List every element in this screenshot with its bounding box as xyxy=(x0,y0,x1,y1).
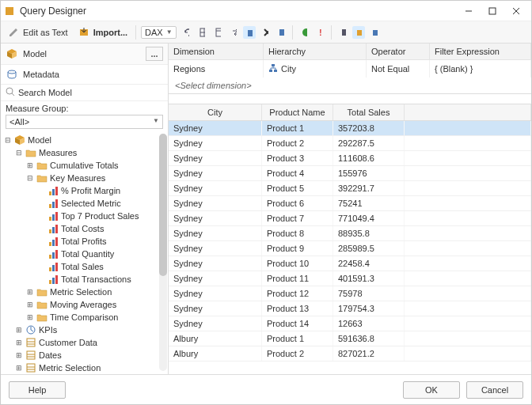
tree-node[interactable]: ⊞Cumulative Totals xyxy=(1,159,168,172)
edit-as-text-button[interactable]: Edit as Text xyxy=(4,25,71,40)
tree-label: Selected Metric xyxy=(61,199,121,208)
tree-node[interactable]: Total Quantity xyxy=(1,248,168,260)
table-row[interactable]: SydneyProduct 3111608.6 xyxy=(169,151,531,166)
grid-body[interactable]: SydneyProduct 1357203.8SydneyProduct 229… xyxy=(169,121,531,374)
expand-icon[interactable]: ⊞ xyxy=(26,301,34,308)
expand-icon[interactable]: ⊞ xyxy=(15,326,23,334)
filter-hierarchy[interactable]: City xyxy=(264,60,367,78)
expand-icon[interactable]: ⊞ xyxy=(26,288,34,296)
expand-icon[interactable]: ⊟ xyxy=(26,174,34,182)
scrollbar[interactable] xyxy=(159,134,167,371)
measure-icon xyxy=(48,198,59,209)
expand-icon[interactable]: ⊟ xyxy=(4,136,12,144)
run-icon[interactable] xyxy=(298,26,310,39)
table-row[interactable]: AlburyProduct 1591636.8 xyxy=(169,331,531,346)
select-dimension-row[interactable]: <Select dimension> xyxy=(169,78,531,93)
expand-icon[interactable]: ⊞ xyxy=(26,313,34,321)
tree-node[interactable]: ⊞Moving Averages xyxy=(1,298,168,311)
cell-product: Product 10 xyxy=(262,256,333,271)
close-button[interactable] xyxy=(504,3,528,19)
table-row[interactable]: SydneyProduct 2292287.5 xyxy=(169,136,531,151)
expand-icon[interactable]: ⊞ xyxy=(15,351,23,359)
scrollbar-thumb[interactable] xyxy=(159,134,167,276)
tree-node[interactable]: ⊞Time Comparison xyxy=(1,311,168,324)
table-icon[interactable] xyxy=(211,26,224,39)
table-row[interactable]: SydneyProduct 4155976 xyxy=(169,166,531,181)
tree[interactable]: ⊟Model⊟Measures⊞Cumulative Totals⊟Key Me… xyxy=(1,132,168,374)
metadata-tab[interactable]: Metadata xyxy=(1,65,168,85)
table-row[interactable]: SydneyProduct 675241 xyxy=(169,196,531,211)
table-row[interactable]: AlburyProduct 2827021.2 xyxy=(169,346,531,361)
expand-icon[interactable]: ⊞ xyxy=(15,339,23,346)
filter-header: Dimension Hierarchy Operator Filter Expr… xyxy=(169,44,531,60)
tree-node[interactable]: Total Transactions xyxy=(1,273,168,286)
cube-add-icon[interactable]: + xyxy=(243,26,256,39)
svg-rect-15 xyxy=(279,29,284,36)
lang-dropdown[interactable]: DAX ▼ xyxy=(141,26,177,39)
tree-node[interactable]: ⊟Model xyxy=(1,134,168,146)
cube-icon[interactable] xyxy=(368,26,381,39)
tree-node[interactable]: ⊟Key Measures xyxy=(1,172,168,184)
model-tab[interactable]: Model ... xyxy=(1,44,168,65)
tree-node[interactable]: % Profit Margin xyxy=(1,184,168,197)
tree-node[interactable]: Total Costs xyxy=(1,222,168,235)
grid-icon[interactable] xyxy=(196,26,208,39)
tree-node[interactable]: Selected Metric xyxy=(1,197,168,210)
tree-node[interactable]: ⊟Measures xyxy=(1,146,168,159)
delete-icon[interactable] xyxy=(259,26,272,39)
measure-group-select[interactable]: <All> ▼ xyxy=(6,115,163,129)
expand-icon[interactable]: ⊞ xyxy=(15,364,23,372)
svg-rect-40 xyxy=(49,229,51,233)
cancel-run-icon[interactable]: ! xyxy=(314,26,326,39)
svg-point-25 xyxy=(8,70,16,74)
col-total[interactable]: Total Sales xyxy=(333,104,405,120)
cell-city: Sydney xyxy=(169,241,262,255)
ok-button[interactable]: OK xyxy=(403,381,460,399)
tree-node[interactable]: ⊞Metric Selection xyxy=(1,286,168,298)
table-row[interactable]: SydneyProduct 13179754.3 xyxy=(169,301,531,316)
filter-operator[interactable]: Not Equal xyxy=(367,60,430,78)
refresh-icon[interactable] xyxy=(180,26,192,39)
help-button[interactable]: Help xyxy=(9,381,66,399)
table-row[interactable]: SydneyProduct 1357203.8 xyxy=(169,121,531,136)
table-row[interactable]: SydneyProduct 888935.8 xyxy=(169,226,531,241)
import-label: Import... xyxy=(93,28,127,37)
maximize-button[interactable] xyxy=(481,3,504,19)
cancel-button[interactable]: Cancel xyxy=(466,381,523,399)
col-product[interactable]: Product Name xyxy=(262,104,333,120)
search-box[interactable]: Search Model xyxy=(1,85,168,101)
table-row[interactable]: SydneyProduct 1412663 xyxy=(169,316,531,331)
table-row[interactable]: SydneyProduct 7771049.4 xyxy=(169,211,531,226)
table-row[interactable]: SydneyProduct 11401591.3 xyxy=(169,271,531,286)
minimize-button[interactable] xyxy=(457,3,481,19)
table-row[interactable]: SydneyProduct 1275978 xyxy=(169,286,531,301)
folder-icon xyxy=(36,286,48,297)
swap-icon[interactable] xyxy=(227,26,240,39)
expand-icon[interactable]: ⊞ xyxy=(26,161,34,169)
filter-dimension[interactable]: Regions xyxy=(169,60,264,78)
tree-node[interactable]: Total Profits xyxy=(1,235,168,248)
expand-icon[interactable]: ⊟ xyxy=(15,149,23,157)
cube-run-icon[interactable] xyxy=(275,26,287,39)
cell-city: Sydney xyxy=(169,151,262,165)
table-row[interactable]: SydneyProduct 9285989.5 xyxy=(169,241,531,256)
tree-label: Total Costs xyxy=(61,224,104,233)
tree-node[interactable]: ⊞Dates xyxy=(1,349,168,361)
table-row[interactable]: SydneyProduct 5392291.7 xyxy=(169,181,531,196)
tree-node[interactable]: ⊞Customer Data xyxy=(1,336,168,349)
tree-node[interactable]: Top 7 Product Sales xyxy=(1,210,168,222)
dim-icon xyxy=(25,362,36,373)
table-row[interactable]: SydneyProduct 1022458.4 xyxy=(169,256,531,271)
import-button[interactable]: Import... xyxy=(74,25,131,40)
tree-label: Key Measures xyxy=(50,173,105,183)
tree-node[interactable]: Total Sales xyxy=(1,260,168,273)
measure-icon xyxy=(48,223,59,234)
filter-row[interactable]: Regions City Not Equal { (Blank) } xyxy=(169,60,531,78)
param-icon[interactable] xyxy=(352,26,365,39)
col-city[interactable]: City xyxy=(169,104,262,120)
filter-expression[interactable]: { (Blank) } xyxy=(430,60,531,78)
design-icon[interactable] xyxy=(336,26,349,39)
tree-node[interactable]: ⊞KPIs xyxy=(1,324,168,336)
model-more-button[interactable]: ... xyxy=(146,47,163,61)
tree-node[interactable]: ⊞Metric Selection xyxy=(1,361,168,374)
